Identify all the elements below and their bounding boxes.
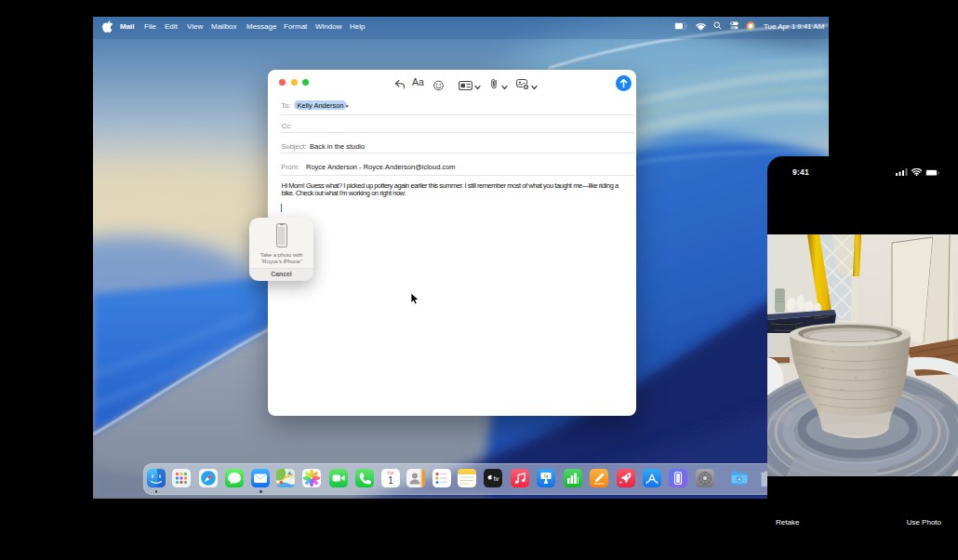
svg-text:1: 1 xyxy=(388,475,393,486)
svg-text:tv: tv xyxy=(494,474,499,483)
